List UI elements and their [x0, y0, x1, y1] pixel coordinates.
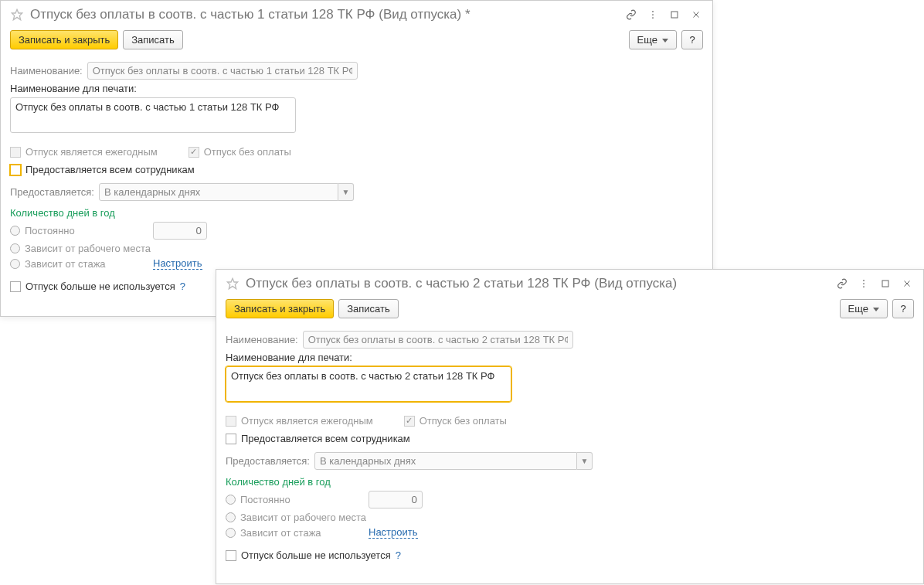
- svg-marker-0: [12, 9, 22, 19]
- print-textarea[interactable]: [226, 366, 511, 402]
- checkbox-annual: [10, 147, 21, 158]
- name-label: Наименование:: [10, 65, 83, 77]
- checkbox-all-employees[interactable]: [226, 434, 236, 444]
- checkbox-unused-label: Отпуск больше не используется: [241, 549, 391, 561]
- checkbox-annual: [226, 416, 236, 427]
- help-icon[interactable]: ?: [396, 549, 401, 561]
- window-title: Отпуск без оплаты в соотв. с частью 1 ст…: [30, 7, 618, 22]
- save-close-button[interactable]: Записать и закрыть: [10, 30, 118, 49]
- checkbox-annual-label: Отпуск является ежегодным: [25, 146, 158, 158]
- save-button[interactable]: Записать: [123, 30, 183, 49]
- close-icon[interactable]: [900, 277, 914, 291]
- help-button[interactable]: ?: [892, 299, 914, 318]
- svg-point-9: [863, 283, 865, 284]
- checkbox-all-employees-label: Предоставляется всем сотрудникам: [25, 164, 195, 175]
- more-button[interactable]: Еще: [840, 299, 888, 318]
- svg-marker-7: [227, 278, 237, 288]
- titlebar: Отпуск без оплаты в соотв. с частью 1 ст…: [1, 1, 712, 27]
- close-icon[interactable]: [689, 8, 703, 22]
- radio-constant[interactable]: [10, 226, 20, 236]
- titlebar: Отпуск без оплаты в соотв. с частью 2 ст…: [216, 270, 923, 296]
- days-section-title: Количество дней в год: [10, 207, 703, 219]
- window-title: Отпуск без оплаты в соотв. с частью 2 ст…: [246, 276, 829, 291]
- checkbox-unused[interactable]: [226, 550, 236, 561]
- provided-label: Предоставляется:: [226, 455, 310, 467]
- checkbox-all-employees[interactable]: [10, 165, 21, 175]
- checkbox-unused[interactable]: [10, 281, 21, 292]
- configure-link[interactable]: Настроить: [153, 257, 202, 270]
- maximize-icon[interactable]: [668, 8, 681, 22]
- chevron-down-icon[interactable]: ▼: [577, 452, 593, 470]
- help-button[interactable]: ?: [681, 30, 703, 49]
- constant-days-input[interactable]: [369, 491, 423, 508]
- checkbox-all-employees-label: Предоставляется всем сотрудникам: [241, 433, 410, 444]
- checkbox-unpaid-label: Отпуск без оплаты: [420, 415, 507, 427]
- form-content: Наименование: Наименование для печати: О…: [1, 56, 712, 301]
- checkbox-annual-label: Отпуск является ежегодным: [241, 415, 373, 427]
- radio-tenure-label: Зависит от стажа: [25, 258, 148, 270]
- svg-point-2: [652, 14, 654, 15]
- save-button[interactable]: Записать: [338, 299, 399, 318]
- svg-rect-4: [671, 12, 678, 18]
- provided-select[interactable]: В календарных днях: [99, 183, 338, 201]
- window-leave-type-2: Отпуск без оплаты в соотв. с частью 2 ст…: [216, 269, 924, 584]
- radio-tenure-label: Зависит от стажа: [240, 527, 364, 539]
- radio-workplace-label: Зависит от рабочего места: [25, 243, 151, 254]
- chevron-down-icon[interactable]: ▼: [338, 183, 354, 201]
- kebab-icon[interactable]: [646, 8, 660, 22]
- svg-point-3: [652, 17, 654, 19]
- svg-point-1: [652, 11, 654, 12]
- save-close-button[interactable]: Записать и закрыть: [226, 299, 334, 318]
- print-textarea[interactable]: [10, 97, 296, 133]
- kebab-icon[interactable]: [857, 277, 871, 291]
- link-icon[interactable]: [835, 277, 849, 291]
- radio-constant-label: Постоянно: [240, 494, 364, 505]
- print-label: Наименование для печати:: [10, 83, 137, 94]
- more-button[interactable]: Еще: [629, 30, 677, 49]
- configure-link[interactable]: Настроить: [369, 526, 418, 539]
- toolbar: Записать и закрыть Записать Еще ?: [216, 296, 923, 325]
- radio-tenure[interactable]: [226, 528, 236, 538]
- svg-point-8: [863, 280, 865, 281]
- provided-select[interactable]: В календарных днях: [314, 452, 577, 470]
- provided-label: Предоставляется:: [10, 186, 94, 198]
- radio-tenure[interactable]: [10, 259, 20, 269]
- star-icon[interactable]: [10, 8, 24, 22]
- checkbox-unused-label: Отпуск больше не используется: [25, 281, 175, 292]
- print-label: Наименование для печати:: [226, 352, 352, 363]
- radio-constant[interactable]: [226, 495, 236, 505]
- checkbox-unpaid-label: Отпуск без оплаты: [204, 146, 291, 158]
- toolbar: Записать и закрыть Записать Еще ?: [1, 27, 712, 56]
- svg-rect-11: [882, 281, 888, 287]
- radio-constant-label: Постоянно: [25, 225, 148, 236]
- form-content: Наименование: Наименование для печати: О…: [216, 325, 923, 570]
- constant-days-input[interactable]: [153, 222, 207, 240]
- checkbox-unpaid: ✓: [189, 147, 199, 158]
- radio-workplace-label: Зависит от рабочего места: [240, 512, 366, 523]
- link-icon[interactable]: [624, 8, 638, 22]
- name-input[interactable]: [87, 62, 358, 80]
- name-label: Наименование:: [226, 334, 298, 345]
- help-icon[interactable]: ?: [180, 281, 185, 292]
- radio-workplace[interactable]: [226, 512, 236, 522]
- checkbox-unpaid: ✓: [404, 416, 415, 427]
- days-section-title: Количество дней в год: [226, 476, 914, 488]
- star-icon[interactable]: [226, 277, 239, 291]
- radio-workplace[interactable]: [10, 243, 20, 253]
- name-input[interactable]: [303, 331, 573, 349]
- maximize-icon[interactable]: [878, 277, 892, 291]
- svg-point-10: [863, 286, 865, 287]
